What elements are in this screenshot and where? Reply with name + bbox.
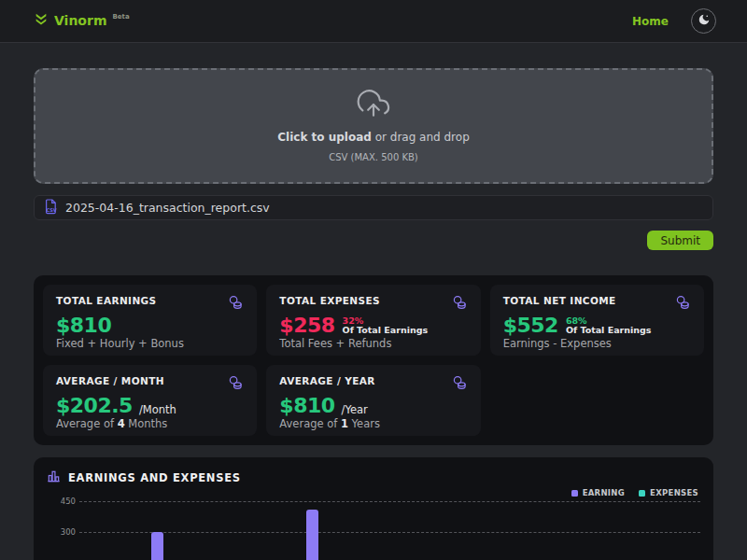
card-value: $552 — [503, 315, 558, 336]
earning-bar-1 — [151, 532, 163, 560]
coins-icon — [675, 295, 691, 315]
brand-beta-badge: Beta — [112, 13, 129, 21]
card-value: $202.5 — [56, 396, 133, 416]
card-value: $810 — [279, 396, 334, 416]
upload-cta-rest: or drag and drop — [372, 131, 470, 144]
coins-icon — [228, 375, 244, 395]
submit-row: Submit — [34, 231, 713, 250]
uploaded-file-row: CSV 2025-04-16_transaction_report.csv — [34, 195, 713, 220]
card-title: TOTAL NET INCOME — [503, 295, 616, 306]
card-subtitle: Average of 4 Months — [56, 417, 244, 430]
gridline-450: 450 — [79, 501, 700, 502]
double-chevron-down-icon — [34, 11, 49, 31]
card-title: AVERAGE / YEAR — [279, 375, 374, 386]
chart-plot-area: 450300 — [79, 457, 700, 560]
card-unit: /Year — [342, 403, 368, 416]
brand-name: Vinorm — [54, 11, 106, 30]
earning-bar-2 — [306, 510, 318, 560]
card-subtitle: Fixed + Hourly + Bonus — [56, 337, 244, 350]
navbar-right: Home — [632, 8, 716, 34]
average-month-card: AVERAGE / MONTH $202.5 /Month Average of… — [43, 365, 257, 436]
card-percent-caption: Of Total Earnings — [343, 326, 429, 335]
card-percent-caption: Of Total Earnings — [566, 326, 652, 335]
upload-cta-text: Click to upload or drag and drop — [277, 131, 470, 144]
y-tick-label: 450 — [60, 497, 76, 506]
csv-file-icon: CSV — [44, 199, 58, 217]
earnings-expenses-chart-card: EARNINGS AND EXPENSES EARNING EXPENSES 4… — [34, 457, 713, 560]
coins-icon — [228, 295, 244, 315]
total-net-income-card: TOTAL NET INCOME $552 68% Of Total Earni… — [490, 285, 704, 356]
coins-icon — [452, 375, 468, 395]
main-content: Click to upload or drag and drop CSV (MA… — [0, 68, 747, 560]
brand-logo[interactable]: Vinorm Beta — [34, 11, 130, 31]
coins-icon — [452, 295, 468, 315]
theme-toggle-button[interactable] — [691, 8, 716, 34]
total-earnings-card: TOTAL EARNINGS $810 Fixed + Hourly + Bon… — [43, 285, 257, 356]
average-year-card: AVERAGE / YEAR $810 /Year Average of 1 Y… — [266, 365, 480, 436]
card-title: AVERAGE / MONTH — [56, 375, 164, 386]
gridline-300: 300 — [79, 532, 700, 533]
card-title: TOTAL EXPENSES — [279, 295, 380, 306]
total-expenses-card: TOTAL EXPENSES $258 32% Of Total Earning… — [266, 285, 480, 356]
svg-text:CSV: CSV — [46, 207, 56, 213]
uploaded-filename: 2025-04-16_transaction_report.csv — [65, 201, 270, 215]
stats-panel: TOTAL EARNINGS $810 Fixed + Hourly + Bon… — [34, 275, 713, 445]
home-link[interactable]: Home — [632, 15, 669, 28]
card-value: $258 — [279, 315, 334, 336]
submit-button[interactable]: Submit — [647, 231, 713, 250]
card-title: TOTAL EARNINGS — [56, 295, 157, 306]
card-unit: /Month — [139, 403, 176, 416]
bar-chart-icon — [47, 469, 61, 486]
moon-icon — [698, 13, 711, 29]
upload-dropzone[interactable]: Click to upload or drag and drop CSV (MA… — [34, 68, 713, 184]
cloud-upload-icon — [356, 90, 391, 123]
navbar: Vinorm Beta Home — [0, 0, 747, 43]
card-value: $810 — [56, 315, 111, 336]
upload-cta-bold: Click to upload — [277, 131, 372, 144]
card-subtitle: Total Fees + Refunds — [279, 337, 467, 350]
upload-constraint-text: CSV (MAX. 500 KB) — [329, 152, 418, 162]
card-subtitle: Average of 1 Years — [279, 417, 467, 430]
card-subtitle: Earnings - Expenses — [503, 337, 691, 350]
y-tick-label: 300 — [60, 527, 76, 537]
